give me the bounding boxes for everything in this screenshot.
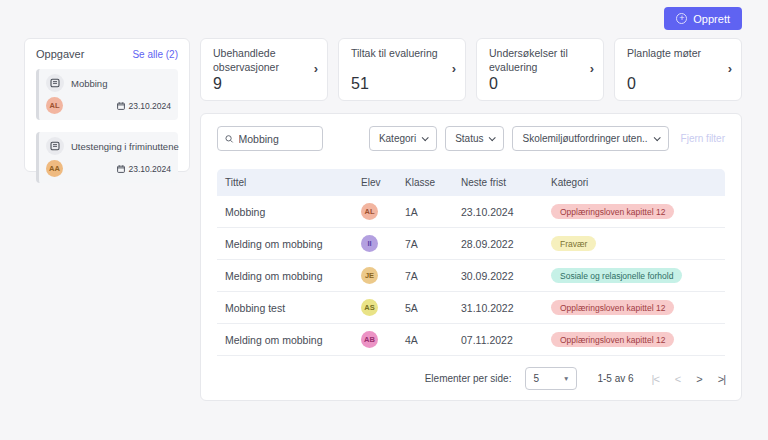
category-badge: Opplæringsloven kapittel 12 bbox=[551, 300, 674, 315]
cell-category: Opplæringsloven kapittel 12 bbox=[547, 300, 725, 315]
table-header: Tittel Elev Klasse Neste frist Kategori bbox=[217, 169, 725, 196]
search-input[interactable] bbox=[239, 133, 316, 145]
avatar: AL bbox=[46, 97, 63, 114]
cell-category: Fravær bbox=[547, 236, 725, 251]
cell-deadline: 28.09.2022 bbox=[457, 238, 547, 250]
table-row[interactable]: Mobbing test AS 5A 31.10.2022 Opplærings… bbox=[217, 292, 725, 324]
cell-deadline: 07.11.2022 bbox=[457, 334, 547, 346]
chevron-right-icon: › bbox=[728, 61, 732, 76]
first-page-button[interactable]: |< bbox=[652, 373, 659, 385]
category-badge: Opplæringsloven kapittel 12 bbox=[551, 332, 674, 347]
pagination-bar: Elementer per side: 5 ▼ 1-5 av 6 |< < > … bbox=[217, 359, 725, 390]
column-header-klasse: Klasse bbox=[401, 177, 457, 188]
cell-student: JE bbox=[357, 267, 401, 284]
column-header-tittel: Tittel bbox=[217, 177, 357, 188]
last-page-button[interactable]: >| bbox=[718, 373, 725, 385]
stat-value: 51 bbox=[351, 75, 455, 93]
cell-title: Melding om mobbing bbox=[217, 334, 357, 346]
task-date-text: 23.10.2024 bbox=[128, 164, 171, 174]
cell-student: AL bbox=[357, 203, 401, 220]
per-page-value: 5 bbox=[533, 373, 539, 384]
stat-value: 9 bbox=[213, 75, 317, 93]
task-due-date: 23.10.2024 bbox=[117, 101, 171, 111]
dropdown-label: Skolemiljøutfordringer uten.. bbox=[522, 133, 647, 144]
chevron-down-icon bbox=[653, 134, 660, 141]
pager-buttons: |< < > >| bbox=[652, 373, 725, 385]
avatar: AS bbox=[361, 299, 378, 316]
cell-class: 4A bbox=[401, 334, 457, 346]
avatar: AL bbox=[361, 203, 378, 220]
stat-label: Planlagte møter bbox=[627, 47, 731, 61]
search-icon bbox=[225, 134, 234, 144]
create-button-label: Opprett bbox=[693, 13, 730, 25]
plus-circle-icon: + bbox=[676, 13, 687, 24]
create-button[interactable]: + Opprett bbox=[664, 7, 742, 30]
per-page-label: Elementer per side: bbox=[425, 373, 512, 384]
cell-category: Opplæringsloven kapittel 12 bbox=[547, 204, 725, 219]
tasks-panel: Oppgaver Se alle (2) Mobbing AL 23.10.20… bbox=[24, 38, 190, 172]
see-all-link[interactable]: Se alle (2) bbox=[132, 49, 178, 60]
stat-value: 0 bbox=[627, 75, 731, 93]
cell-title: Mobbing bbox=[217, 206, 357, 218]
task-card-bottom: AL 23.10.2024 bbox=[46, 97, 171, 114]
stat-cards-row: Ubehandlede observasjoner 9 › Tiltak til… bbox=[200, 38, 742, 101]
stat-label: Ubehandlede observasjoner bbox=[213, 47, 317, 74]
task-title: Utestenging i friminuttene bbox=[71, 141, 179, 152]
search-box[interactable] bbox=[217, 126, 323, 151]
filter-group: Kategori Status Skolemiljøutfordringer u… bbox=[369, 126, 725, 151]
cell-class: 5A bbox=[401, 302, 457, 314]
cell-student: II bbox=[357, 235, 401, 252]
task-date-text: 23.10.2024 bbox=[128, 101, 171, 111]
chevron-down-icon bbox=[422, 134, 429, 141]
column-header-kategori: Kategori bbox=[547, 177, 725, 188]
column-header-elev: Elev bbox=[357, 177, 401, 188]
cell-student: AB bbox=[357, 331, 401, 348]
pagination-range: 1-5 av 6 bbox=[597, 373, 633, 384]
cases-table: Tittel Elev Klasse Neste frist Kategori … bbox=[217, 169, 725, 356]
category-badge: Fravær bbox=[551, 236, 596, 251]
avatar: JE bbox=[361, 267, 378, 284]
stat-card-measures-evaluation[interactable]: Tiltak til evaluering 51 › bbox=[338, 38, 466, 101]
chevron-right-icon: › bbox=[590, 61, 594, 76]
stat-card-investigations-evaluation[interactable]: Undersøkelser til evaluering 0 › bbox=[476, 38, 604, 101]
table-row[interactable]: Melding om mobbing JE 7A 30.09.2022 Sosi… bbox=[217, 260, 725, 292]
status-filter-dropdown[interactable]: Status bbox=[445, 126, 504, 151]
per-page-select[interactable]: 5 ▼ bbox=[525, 367, 577, 390]
table-row[interactable]: Melding om mobbing II 7A 28.09.2022 Frav… bbox=[217, 228, 725, 260]
main-panel: Kategori Status Skolemiljøutfordringer u… bbox=[200, 113, 742, 401]
previous-page-button[interactable]: < bbox=[675, 373, 680, 385]
cell-student: AS bbox=[357, 299, 401, 316]
note-board-icon bbox=[46, 74, 64, 92]
stat-value: 0 bbox=[489, 75, 593, 93]
cell-title: Melding om mobbing bbox=[217, 270, 357, 282]
category-filter-dropdown[interactable]: Kategori bbox=[369, 126, 437, 151]
avatar: AA bbox=[46, 160, 63, 177]
filter-row: Kategori Status Skolemiljøutfordringer u… bbox=[217, 126, 725, 151]
cell-title: Melding om mobbing bbox=[217, 238, 357, 250]
task-card-top: Utestenging i friminuttene bbox=[46, 137, 171, 155]
task-due-date: 23.10.2024 bbox=[117, 164, 171, 174]
table-row[interactable]: Mobbing AL 1A 23.10.2024 Opplæringsloven… bbox=[217, 196, 725, 228]
school-environment-filter-dropdown[interactable]: Skolemiljøutfordringer uten.. bbox=[512, 126, 668, 151]
cell-class: 1A bbox=[401, 206, 457, 218]
clear-filter-link[interactable]: Fjern filter bbox=[681, 133, 725, 144]
column-header-neste-frist: Neste frist bbox=[457, 177, 547, 188]
stat-card-unhandled-observations[interactable]: Ubehandlede observasjoner 9 › bbox=[200, 38, 328, 101]
cell-deadline: 30.09.2022 bbox=[457, 270, 547, 282]
calendar-icon bbox=[117, 165, 125, 173]
cell-class: 7A bbox=[401, 270, 457, 282]
dropdown-label: Kategori bbox=[379, 133, 416, 144]
cell-deadline: 31.10.2022 bbox=[457, 302, 547, 314]
stat-label: Undersøkelser til evaluering bbox=[489, 47, 593, 74]
task-title: Mobbing bbox=[71, 78, 107, 89]
avatar: AB bbox=[361, 331, 378, 348]
task-card[interactable]: Mobbing AL 23.10.2024 bbox=[36, 69, 178, 120]
calendar-icon bbox=[117, 102, 125, 110]
table-row[interactable]: Melding om mobbing AB 4A 07.11.2022 Oppl… bbox=[217, 324, 725, 356]
stat-card-planned-meetings[interactable]: Planlagte møter 0 › bbox=[614, 38, 742, 101]
cell-title: Mobbing test bbox=[217, 302, 357, 314]
category-badge: Sosiale og relasjonelle forhold bbox=[551, 268, 682, 283]
next-page-button[interactable]: > bbox=[696, 373, 701, 385]
task-card[interactable]: Utestenging i friminuttene AA 23.10.2024 bbox=[36, 132, 178, 183]
task-card-bottom: AA 23.10.2024 bbox=[46, 160, 171, 177]
